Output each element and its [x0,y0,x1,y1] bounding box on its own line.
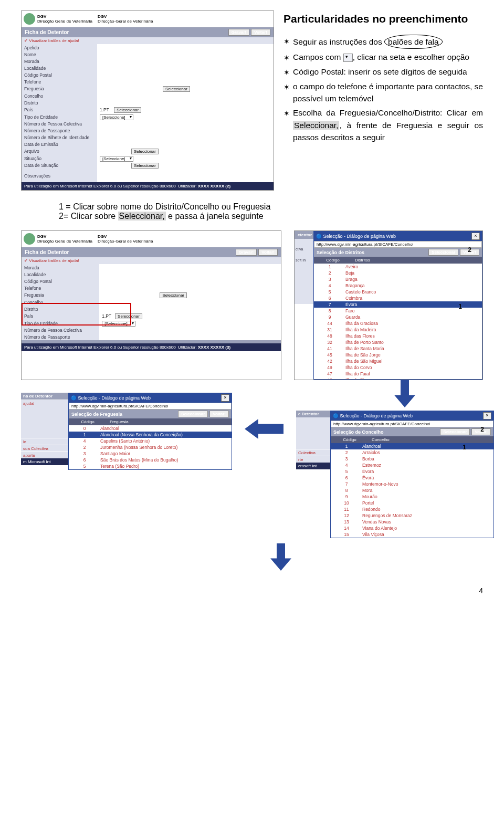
step-instructions: 1 = Clicar sobre nome do Distrito/Concel… [59,202,483,221]
list-item[interactable]: 45Ilha de São Jorge [314,352,482,358]
marker-1: 1 [463,444,466,451]
seleccionar-button[interactable]: Seleccionar [160,292,187,298]
list-item[interactable]: 7Montemor-o-Novo [331,481,494,487]
highlighted-text: Seleccionar, [118,212,166,221]
list-item[interactable]: 14Viana do Alentejo [331,525,494,531]
screenshot-ficha-freguesia: DGVDirecção Geral de Veterinária DGVDire… [21,230,281,380]
logo-icon [24,13,35,25]
marker-2: 2 [468,246,471,254]
page-title: Particularidades no preenchimento [284,11,483,27]
list-item[interactable]: 47Ilha do Faial [314,371,482,377]
app-header: DGVDirecção Geral de Veterinária DGVDire… [22,11,274,27]
list-item[interactable]: 5Évora [331,468,494,475]
seleccionar-button[interactable]: Seleccionar [131,163,159,169]
gravar-button[interactable]: Gravar! [236,249,257,256]
list-item[interactable]: 3Borba [331,456,494,462]
marker-1: 1 [458,303,462,310]
seleccionar-button[interactable]: Seleccionar [178,411,208,417]
list-item[interactable]: 0Alandroal [69,425,232,432]
list-item[interactable]: 9Mourão [331,494,494,500]
list-item[interactable]: 6Évora [331,475,494,481]
situacao-dropdown[interactable]: [Seleccione] [100,156,133,162]
list-item[interactable]: 4Capelins (Santo António) [69,438,232,444]
list-item[interactable]: 5Terena (São Pedro) [69,463,232,469]
list-item[interactable]: 1Alandroal (Nossa Senhora da Conceição) [69,432,232,438]
seleccionar-button[interactable]: Seleccionar [114,107,141,113]
close-icon[interactable]: × [471,233,480,240]
list-item[interactable]: 48Ilha das Flores [314,333,482,339]
voltar-button[interactable]: Voltar! [251,29,270,36]
close-icon[interactable]: × [483,412,491,419]
list-item[interactable]: 1Alandroal [331,443,494,449]
list-item[interactable]: 6São Brás dos Matos (Mina do Bugalho) [69,457,232,463]
arrow-down-icon [270,543,291,571]
list-item[interactable]: 46Ilha do Pico [314,377,482,379]
bullet-icon: ✶ [284,108,290,119]
list-item[interactable]: 5Castelo Branco [314,289,482,295]
list-item[interactable]: 32Ilha de Porto Santo [314,339,482,345]
list-item[interactable]: 49Ilha do Corvo [314,364,482,371]
highlighted-text: Seleccionar, [293,121,339,130]
list-item[interactable]: 3Braga [314,276,482,282]
list-item[interactable]: 44Ilha da Graciosa [314,320,482,327]
list-item[interactable]: 2Juromenha (Nossa Senhora do Loreto) [69,444,232,450]
dialog-freguesia: 🔵 Selecção - Diálogo de página Web× http… [68,393,232,470]
list-item[interactable]: 2Arraiolos [331,449,494,456]
screenshot-distritos: etentor ctiva soft In 🔵 Selecção - Diálo… [294,230,483,380]
list-item[interactable]: 8Faro [314,308,482,314]
bullet-icon: ✶ [284,82,290,93]
close-icon[interactable]: × [221,394,229,402]
logo-icon [24,233,35,245]
screenshot-strip-right: e Detentor Colectiva rte crosoft Int [296,411,330,538]
list-item[interactable]: 4Estremoz [331,462,494,468]
seleccionar-button[interactable]: Seleccionar [163,86,190,92]
seleccionar-button[interactable]: Seleccionar [440,428,470,435]
list-item[interactable]: 7Évora [314,301,482,308]
tipo-entidade-dropdown[interactable]: [Seleccione] [100,114,133,120]
list-item[interactable]: 3Santiago Maior [69,450,232,457]
seleccionar-button[interactable]: Seleccionar [428,249,458,256]
gravar-button[interactable]: Gravar! [228,29,249,36]
bullet-icon: ✶ [284,36,290,47]
dialog-concelho: 🔵 Selecção - Diálogo de página Web× http… [330,411,494,538]
bullet-icon: ✶ [284,67,290,78]
list-item[interactable]: 15Vila Viçosa [331,531,494,538]
list-item[interactable]: 13Vendas Novas [331,519,494,525]
window-title: Ficha de Detentor [25,29,69,35]
url-bar: http://www.dgv.min-agricultura.pt/SICAFE… [314,241,482,248]
list-item[interactable]: 41Ilha de Santa Maria [314,345,482,352]
list-item[interactable]: 9Guarda [314,314,482,320]
list-item[interactable]: 4Bragança [314,282,482,289]
screenshot-strip-left: ha de Detentor ajuda! le soa Colectiva a… [21,393,68,465]
list-item[interactable]: 1Aveiro [314,264,482,270]
list-item[interactable]: 31Ilha da Madeira [314,327,482,333]
help-link[interactable]: Visualizar balões de ajuda! [29,38,79,43]
voltar-button[interactable]: Voltar! [209,411,229,417]
page-number: 4 [21,586,483,595]
form-table: Apelido Nome Morada Localidade Código Po… [22,44,274,182]
list-item[interactable]: 8Mora [331,487,494,494]
list-item[interactable]: 12Reguengos de Monsaraz [331,512,494,519]
red-highlight-box [22,303,131,326]
seleccionar-button[interactable]: Seleccionar [131,149,159,154]
dialog-distritos: 🔵 Selecção - Diálogo de página Web× http… [313,231,482,380]
arrow-left-icon [245,419,284,439]
voltar-button[interactable]: Voltar! [258,249,278,256]
dropdown-icon [343,54,353,62]
instructions-panel: Particularidades no preenchimento ✶ Segu… [284,11,483,191]
circled-text: balões de fala [384,35,443,49]
marker-2: 2 [480,426,484,433]
screenshot-ficha-detentor: DGVDirecção Geral de Veterinária DGVDire… [21,11,274,191]
list-item[interactable]: 42Ilha de São Miguel [314,358,482,364]
list-item[interactable]: 2Beja [314,270,482,276]
bullet-icon: ✶ [284,53,290,64]
list-item[interactable]: 6Coimbra [314,295,482,301]
list-item[interactable]: 11Redondo [331,506,494,512]
arrow-down-icon [394,380,415,407]
list-item[interactable]: 10Portel [331,500,494,506]
